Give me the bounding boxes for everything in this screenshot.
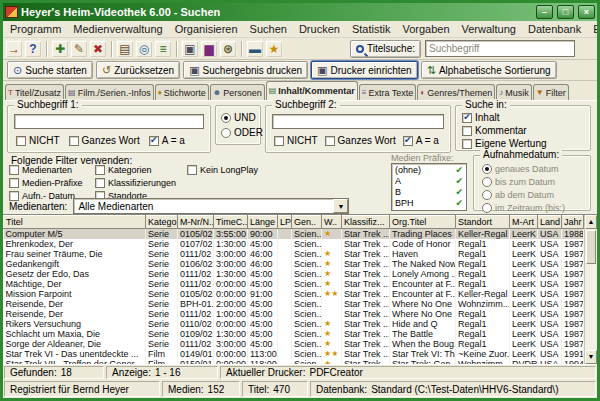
table-cell[interactable]: Encounter at F... [390,289,456,299]
table-cell[interactable]: Star Trek ... [342,309,390,319]
table-cell[interactable]: Regal1 [456,279,510,289]
table-cell[interactable]: 0111/02 [178,279,214,289]
suche-starten-button[interactable]: ⊙Suche starten [7,61,93,79]
table-cell[interactable]: Regal1 [456,339,510,349]
checkbox-kategorien[interactable]: Kategorien [95,165,176,175]
table-cell[interactable]: Scien... [292,319,322,329]
help-icon[interactable]: ? [24,40,42,58]
table-cell[interactable]: 1987 [562,259,584,269]
table-cell[interactable]: Scien... [292,239,322,249]
table-cell[interactable]: 0:00:00 [214,359,248,364]
table-cell[interactable] [278,319,292,329]
radio-im-zeitraum-bis[interactable]: im Zeitraum (bis:) [482,203,565,213]
table-cell[interactable]: Reisende, Der [4,299,146,309]
table-cell[interactable]: Film [146,359,178,364]
table-cell[interactable]: Scien... [292,309,322,319]
table-cell[interactable] [278,269,292,279]
table-cell[interactable]: LeerK [510,349,538,359]
zuruecksetzen-button[interactable]: ↺Zurücksetzen [96,61,180,79]
table-cell[interactable]: 0111/02 [178,269,214,279]
table-cell[interactable]: USA [538,319,562,329]
table-cell[interactable] [278,339,292,349]
drucker-einrichten-button[interactable]: ▣Drucker einrichten [311,61,418,79]
table-cell[interactable] [278,309,292,319]
table-cell[interactable]: Schlacht um Maxia, Die [4,329,146,339]
table-cell[interactable]: LeerK [510,279,538,289]
table-cell[interactable]: 45:00 [248,339,278,349]
table-cell[interactable]: Lonely Among ... [390,269,456,279]
table-cell[interactable]: USA [538,249,562,259]
table-cell[interactable]: Star Trek ... [342,329,390,339]
checkbox-eigene-wertung[interactable]: Eigene Wertung [462,138,547,149]
table-cell[interactable]: Star Trek VII - Treffen der Gener... [4,359,146,364]
table-cell[interactable]: Star Trek ... [342,349,390,359]
title-bar[interactable]: Heyer's Heim-Videothek 6.00 - Suchen – □… [3,3,597,21]
checkbox-a-a[interactable]: ✔A = a [403,135,439,146]
table-row[interactable]: Mission FarpointSerie0105/020:00:0091:00… [4,289,584,299]
table-cell[interactable]: Star Trek: Gen... [390,359,456,364]
table-row[interactable]: Mächtige, DerSerie0111/020:00:0045:00Sci… [4,279,584,289]
tab-genres-themen[interactable]: ◐Genres/Themen [417,84,495,100]
column-header-länge[interactable]: Länge [248,216,278,229]
table-cell[interactable]: Regal1 [456,269,510,279]
table-cell[interactable]: 91:00 [248,289,278,299]
table-row[interactable]: Frau seiner Träume, DieSerie0111/023:00:… [4,249,584,259]
table-cell[interactable] [322,299,342,309]
table-cell[interactable]: 118:00 [248,359,278,364]
table-cell[interactable]: Scien... [292,349,322,359]
radio-genaues-datum[interactable]: genaues Datum [482,164,565,174]
settings-icon[interactable]: ⊛ [219,40,237,58]
table-cell[interactable]: Reisende, Der [4,309,146,319]
table-cell[interactable]: 90:00 [248,229,278,240]
table-cell[interactable]: Where No One ... [390,309,456,319]
tab-film-serien-infos[interactable]: ▤Film./Serien.-Infos [65,84,154,100]
column-header-standort[interactable]: Standort [456,216,510,229]
table-cell[interactable]: Film [146,349,178,359]
table-cell[interactable]: Star Trek ... [342,249,390,259]
table-cell[interactable]: Star Trek ... [342,359,390,364]
table-cell[interactable]: 1:00:00 [214,309,248,319]
table-cell[interactable]: Scien... [292,359,322,364]
table-cell[interactable] [278,329,292,339]
table-cell[interactable]: USA [538,259,562,269]
table-cell[interactable]: LeerK [510,289,538,299]
table-row[interactable]: Gesetz der Edo, DasSerie0111/021:30:0045… [4,269,584,279]
table-cell[interactable]: 3:55:00 [214,229,248,240]
table-cell[interactable]: Gesetz der Edo, Das [4,269,146,279]
table-cell[interactable]: USA [538,359,562,364]
table-cell[interactable]: ★ [322,229,342,240]
table-cell[interactable]: 1988 [562,229,584,240]
table-cell[interactable]: Code of Honor [390,239,456,249]
table-cell[interactable]: 113:00 [248,349,278,359]
titelsuche-button[interactable]: Titelsuche: [350,40,421,58]
table-cell[interactable]: 1987 [562,269,584,279]
table-cell[interactable]: Regal1 [456,319,510,329]
tab-inhalt-kommentar[interactable]: ▤Inhalt/Kommentar [266,81,358,100]
table-cell[interactable]: LeerK [510,229,538,240]
table-cell[interactable]: Scien... [292,339,322,349]
tab-extra-texte[interactable]: ≡Extra Texte [359,84,417,100]
close-button[interactable]: × [578,5,595,19]
table-cell[interactable]: Star Trek VI: Th... [390,349,456,359]
table-cell[interactable]: 1987 [562,239,584,249]
table-cell[interactable]: Serie [146,229,178,240]
table-cell[interactable]: Scien... [292,229,322,240]
table-cell[interactable]: Scien... [292,289,322,299]
column-header-m-art[interactable]: M-Art [510,216,538,229]
table-cell[interactable]: 1991 [562,349,584,359]
suchergebnis-drucken-button[interactable]: ▣Suchergebnis drucken [183,61,308,79]
table-cell[interactable]: LeerK [510,269,538,279]
table-cell[interactable]: Star Trek VI - Das unentdeckte ... [4,349,146,359]
tab-filter[interactable]: ▼Filter [533,84,569,100]
column-header-kategorie[interactable]: Kategorie [146,216,178,229]
table-cell[interactable]: Star Trek ... [342,239,390,249]
table-cell[interactable] [322,239,342,249]
chevron-down-icon[interactable]: ▼ [333,199,348,213]
menu-item-statistik[interactable]: Statistik [346,22,397,36]
database-icon[interactable]: ▬ [246,40,264,58]
table-cell[interactable]: Scien... [292,329,322,339]
table-cell[interactable] [278,239,292,249]
table-cell[interactable]: Star Trek ... [342,259,390,269]
table-cell[interactable]: Serie [146,339,178,349]
table-cell[interactable]: 3:00:00 [214,249,248,259]
